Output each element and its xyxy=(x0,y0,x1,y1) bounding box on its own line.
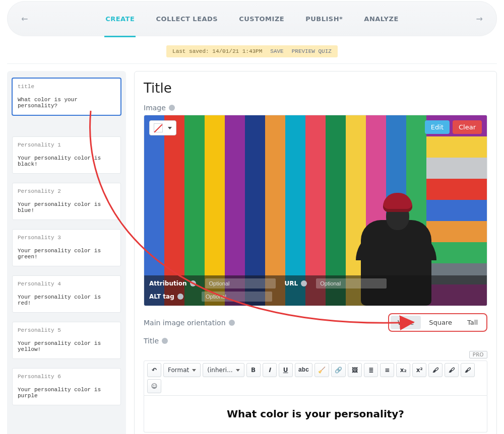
sidebar-item-label: Personality 5 xyxy=(18,327,115,333)
edit-image-button[interactable]: Edit xyxy=(425,120,450,134)
alt-tag-input[interactable] xyxy=(202,292,272,302)
orientation-tall[interactable]: Tall xyxy=(460,316,485,329)
attribution-label: Attribution xyxy=(149,280,196,287)
sidebar-title-card[interactable]: title What color is your personality? xyxy=(12,78,121,115)
tab-analyze[interactable]: ANALYZE xyxy=(363,1,399,36)
tab-customize[interactable]: CUSTOMIZE xyxy=(238,1,285,36)
sidebar-item-personality-4[interactable]: Personality 4 Your personality color is … xyxy=(12,275,121,313)
save-bar: Last saved: 14/01/21 1:43PM SAVE PREVIEW… xyxy=(7,45,497,57)
sidebar-item-label: Personality 2 xyxy=(18,188,115,194)
ol-button[interactable]: ≡ xyxy=(380,363,394,377)
undo-button[interactable]: ↶ xyxy=(147,363,161,377)
sidebar-item-label: Personality 6 xyxy=(18,374,115,380)
image-preview: Edit Clear Attribution URL ALT tag xyxy=(144,115,487,306)
chevron-down-icon xyxy=(192,369,196,372)
paint-2-button[interactable]: 🖌 xyxy=(445,363,459,377)
sidebar-item-text: Your personality color is green! xyxy=(18,248,115,260)
sidebar-item-text: Your personality color is blue! xyxy=(18,201,115,213)
no-background-icon xyxy=(154,123,163,132)
paint-3-button[interactable]: 🖌 xyxy=(461,363,475,377)
next-arrow-icon[interactable]: → xyxy=(476,14,483,24)
info-icon[interactable] xyxy=(229,320,235,326)
sidebar-item-label: Personality 3 xyxy=(18,235,115,241)
url-input[interactable] xyxy=(316,278,387,288)
orientation-square[interactable]: Square xyxy=(422,316,459,329)
italic-button[interactable]: I xyxy=(263,363,277,377)
sidebar-item-text: What color is your personality? xyxy=(18,97,115,109)
info-icon[interactable] xyxy=(301,280,307,286)
tab-collect-leads[interactable]: COLLECT LEADS xyxy=(155,1,219,36)
underline-button[interactable]: U xyxy=(279,363,293,377)
clear-format-button[interactable]: 🧹 xyxy=(314,363,329,377)
sidebar-item-personality-3[interactable]: Personality 3 Your personality color is … xyxy=(12,229,121,266)
page-title: Title xyxy=(144,81,487,96)
superscript-button[interactable]: x² xyxy=(412,363,426,377)
last-saved-text: Last saved: 14/01/21 1:43PM xyxy=(172,48,262,54)
tab-publish[interactable]: PUBLISH* xyxy=(304,1,344,36)
info-icon[interactable] xyxy=(169,105,175,111)
main-editor: Title Image xyxy=(134,71,497,434)
title-section-label: Title xyxy=(144,337,487,345)
paint-1-button[interactable]: 🖌 xyxy=(428,363,443,377)
title-editor[interactable]: What color is your personality? xyxy=(144,396,487,432)
orientation-toggle: Wide Square Tall xyxy=(388,313,487,332)
info-icon[interactable] xyxy=(177,294,183,300)
attribution-input[interactable] xyxy=(205,278,276,288)
prev-arrow-icon[interactable]: ← xyxy=(21,14,28,24)
preview-quiz-button[interactable]: PREVIEW QUIZ xyxy=(292,48,332,54)
slides-sidebar: title What color is your personality? Pe… xyxy=(7,71,126,434)
info-icon[interactable] xyxy=(162,338,168,344)
sidebar-item-text: Your personality color is purple xyxy=(18,387,115,399)
ul-button[interactable]: ≣ xyxy=(364,363,378,377)
format-select[interactable]: Format xyxy=(163,363,201,377)
sidebar-item-personality-6[interactable]: Personality 6 Your personality color is … xyxy=(12,368,121,405)
chevron-down-icon xyxy=(236,369,240,372)
top-tabs: ← CREATE COLLECT LEADS CUSTOMIZE PUBLISH… xyxy=(7,1,497,36)
subscript-button[interactable]: x₂ xyxy=(396,363,410,377)
background-style-button[interactable] xyxy=(149,120,176,135)
strike-button[interactable]: abc xyxy=(295,363,313,377)
sidebar-item-text: Your personality color is black! xyxy=(18,155,115,167)
orientation-label: Main image orientation xyxy=(144,319,235,327)
clear-image-button[interactable]: Clear xyxy=(453,120,482,134)
image-button[interactable]: 🖼 xyxy=(348,363,362,377)
title-toolbar: ↶ Format (inheri... B I U abc 🧹 🔗 🖼 ≣ ≡ … xyxy=(144,360,487,396)
sidebar-item-text: Your personality color is yellow! xyxy=(18,340,115,352)
sidebar-item-personality-1[interactable]: Personality 1 Your personality color is … xyxy=(12,136,121,174)
alt-tag-label: ALT tag xyxy=(149,293,193,300)
sidebar-item-personality-5[interactable]: Personality 5 Your personality color is … xyxy=(12,322,121,359)
sidebar-item-personality-2[interactable]: Personality 2 Your personality color is … xyxy=(12,183,121,220)
save-button[interactable]: SAVE xyxy=(270,48,283,54)
url-label: URL xyxy=(285,280,307,287)
orientation-wide[interactable]: Wide xyxy=(391,316,421,329)
save-chip: Last saved: 14/01/21 1:43PM SAVE PREVIEW… xyxy=(166,45,338,57)
sidebar-item-label: title xyxy=(18,84,115,90)
tab-list: CREATE COLLECT LEADS CUSTOMIZE PUBLISH* … xyxy=(104,1,400,36)
image-section-label: Image xyxy=(144,104,487,112)
link-button[interactable]: 🔗 xyxy=(331,363,346,377)
sidebar-item-label: Personality 4 xyxy=(18,281,115,287)
font-select[interactable]: (inheri... xyxy=(203,363,244,377)
pro-badge: PRO xyxy=(469,351,487,358)
sidebar-item-label: Personality 1 xyxy=(18,142,115,148)
chevron-down-icon xyxy=(168,127,172,129)
tab-create[interactable]: CREATE xyxy=(104,1,136,36)
sidebar-item-text: Your personality color is red! xyxy=(18,294,115,306)
bold-button[interactable]: B xyxy=(246,363,261,377)
info-icon[interactable] xyxy=(190,280,196,286)
emoji-button[interactable]: ☺ xyxy=(147,379,161,393)
